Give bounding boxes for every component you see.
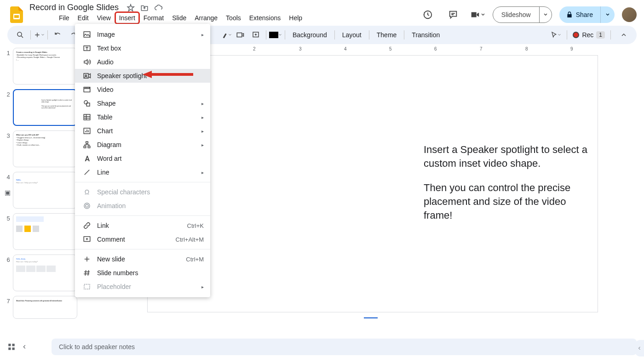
line-icon — [81, 168, 92, 176]
menu-item-table[interactable]: Table▸ — [75, 110, 210, 124]
menu-view[interactable]: View — [93, 12, 115, 23]
svg-point-22 — [86, 204, 88, 207]
slide-thumb-1[interactable]: Create a recording in Google Slides• Ava… — [13, 48, 77, 85]
undo-icon[interactable] — [51, 28, 65, 42]
camera-icon[interactable] — [470, 6, 485, 24]
menu-slide[interactable]: Slide — [168, 12, 190, 23]
background-button[interactable]: Background — [288, 31, 332, 39]
transition-button[interactable]: Transition — [407, 31, 444, 39]
slide-thumb-2[interactable]: Insert a Speaker spotlight to select a c… — [13, 89, 77, 126]
menu-tools[interactable]: Tools — [222, 12, 245, 23]
svg-rect-9 — [12, 348, 15, 350]
slideshow-dropdown[interactable] — [540, 7, 552, 23]
slide-thumb-6[interactable]: Hello, AndyHow can I help you today? — [13, 255, 77, 291]
menu-arrange[interactable]: Arrange — [191, 12, 221, 23]
menu-item-diagram[interactable]: Diagram▸ — [75, 138, 210, 152]
menu-item-chart[interactable]: Chart▸ — [75, 124, 210, 138]
menu-item-audio[interactable]: Audio — [75, 55, 210, 69]
slide-thumb-4[interactable]: Hello,How can I help you today? — [13, 172, 77, 209]
document-title[interactable]: Record in Google Slides — [29, 3, 119, 12]
menu-edit[interactable]: Edit — [74, 12, 92, 23]
comment-tool-icon[interactable] — [248, 28, 263, 42]
textbox-icon — [81, 44, 92, 52]
menu-item-animation: Animation — [75, 199, 210, 213]
slideshow-label[interactable]: Slideshow — [493, 7, 540, 23]
grid-view-icon[interactable] — [7, 343, 16, 351]
submenu-arrow-icon: ▸ — [201, 142, 204, 147]
video-badge-icon: ▣ — [5, 189, 11, 196]
menu-format[interactable]: Format — [140, 12, 167, 23]
slide-thumb-7[interactable]: Shared false: Protecting customers with … — [13, 296, 77, 319]
animation-icon — [81, 202, 92, 210]
collapse-icon[interactable] — [616, 28, 631, 42]
image-icon — [81, 30, 92, 39]
omega-icon: Ω — [81, 188, 92, 196]
move-icon[interactable] — [140, 4, 149, 12]
rec-label: Rec — [582, 31, 593, 39]
pointer-icon[interactable] — [550, 28, 561, 42]
svg-rect-1 — [14, 15, 19, 18]
submenu-arrow-icon: ▸ — [201, 284, 204, 289]
share-dropdown[interactable] — [600, 6, 615, 23]
paint-icon[interactable] — [221, 28, 232, 42]
star-icon[interactable] — [126, 4, 135, 12]
share-label: Share — [576, 11, 593, 18]
menu-item-speaker-spotlight[interactable]: Speaker spotlight — [75, 69, 210, 83]
shape-icon — [81, 99, 92, 107]
cloud-icon[interactable] — [154, 4, 163, 12]
slide-thumb-5[interactable] — [13, 213, 77, 250]
svg-point-23 — [84, 203, 90, 209]
menu-item-image[interactable]: Image▸ — [75, 28, 210, 41]
menu-item-comment[interactable]: CommentCtrl+Alt+M — [75, 232, 210, 246]
filmstrip[interactable]: 1Create a recording in Google Slides• Av… — [0, 44, 83, 337]
svg-point-13 — [85, 75, 86, 76]
theme-button[interactable]: Theme — [372, 31, 402, 39]
menu-item-textbox[interactable]: Text box — [75, 41, 210, 55]
video-icon — [81, 85, 92, 94]
hash-icon — [81, 269, 92, 277]
menu-item-video[interactable]: Video — [75, 83, 210, 96]
menu-item-new-slide[interactable]: New slideCtrl+M — [75, 252, 210, 266]
menu-item-line[interactable]: Line▸ — [75, 165, 210, 179]
svg-rect-19 — [86, 141, 88, 143]
menu-item-shape[interactable]: Shape▸ — [75, 96, 210, 110]
slide-canvas[interactable]: Insert a Speaker spotlight to select a c… — [147, 55, 598, 312]
menu-item-link[interactable]: LinkCtrl+K — [75, 219, 210, 232]
shortcut-label: Ctrl+M — [186, 256, 204, 263]
new-slide-icon[interactable] — [34, 28, 45, 42]
speaker-notes-input[interactable]: Click to add speaker notes — [52, 339, 637, 355]
rec-button[interactable]: Rec 1 — [573, 31, 605, 39]
layout-button[interactable]: Layout — [338, 31, 366, 39]
menu-item-slide-numbers[interactable]: Slide numbers — [75, 266, 210, 280]
menu-item-wordart[interactable]: Word art — [75, 152, 210, 165]
share-button[interactable]: Share — [559, 6, 615, 23]
slideshow-button[interactable]: Slideshow — [493, 6, 552, 23]
slides-logo[interactable] — [7, 6, 26, 24]
shortcut-label: Ctrl+K — [187, 222, 204, 229]
slide-paragraph: Then you can control the precise placeme… — [424, 181, 594, 222]
thumb-number: 7 — [4, 296, 13, 305]
menu-insert[interactable]: Insert — [115, 12, 139, 23]
menu-file[interactable]: File — [55, 12, 73, 23]
menu-help[interactable]: Help — [285, 12, 306, 23]
fill-color-icon[interactable] — [269, 28, 282, 42]
search-icon[interactable] — [13, 28, 28, 42]
menu-extensions[interactable]: Extensions — [246, 12, 284, 23]
slide-thumb-3[interactable]: What can you DO with AI?• Suggest ideas … — [13, 130, 77, 167]
svg-rect-7 — [12, 344, 15, 346]
side-panel-toggle[interactable] — [635, 340, 644, 356]
slide-text-box[interactable]: Insert a Speaker spotlight to select a c… — [424, 143, 594, 233]
rec-dot-icon — [573, 32, 579, 38]
plus-icon — [81, 255, 92, 263]
submenu-arrow-icon: ▸ — [201, 115, 204, 120]
camera-tool-icon[interactable] — [233, 28, 247, 42]
svg-rect-4 — [237, 33, 242, 37]
insert-menu-dropdown: Image▸ Text box Audio Speaker spotlight … — [75, 24, 210, 297]
menu-item-placeholder: Placeholder▸ — [75, 280, 210, 294]
thumb-number: 2 — [4, 89, 13, 98]
comments-icon[interactable] — [444, 6, 462, 24]
avatar[interactable] — [622, 7, 637, 22]
thumb-number: 3 — [4, 130, 13, 139]
collapse-filmstrip-icon[interactable] — [21, 344, 28, 350]
history-icon[interactable] — [418, 6, 437, 24]
